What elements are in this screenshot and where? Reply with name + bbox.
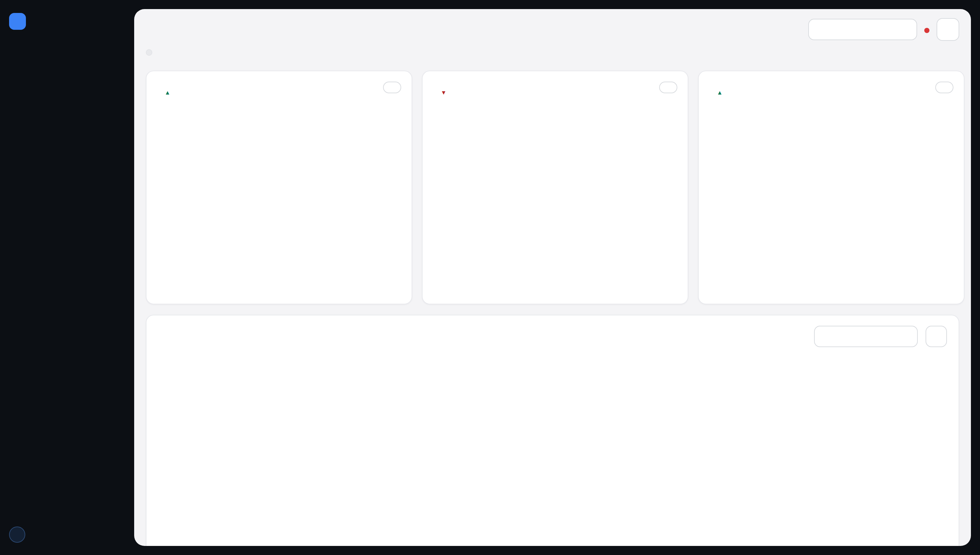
- card-portfolio-value: ▲: [146, 71, 412, 305]
- card-delta: ▲: [165, 89, 173, 96]
- chart-legend: [158, 107, 400, 120]
- chart-legend: [710, 107, 952, 120]
- triangle-up-icon: ▲: [717, 89, 723, 96]
- open-report-button[interactable]: [383, 82, 401, 93]
- tab-bar: [146, 49, 152, 56]
- add-item-button[interactable]: [925, 326, 947, 347]
- app-root: ▲ ▼: [0, 0, 980, 555]
- top-bar: [146, 18, 959, 40]
- card-delta: ▼: [441, 89, 449, 96]
- aura-logo-icon: [9, 13, 26, 30]
- notification-dot: [924, 28, 929, 33]
- global-search: [808, 18, 917, 40]
- stat-cards: ▲ ▼: [146, 71, 959, 305]
- brand[interactable]: [9, 12, 125, 31]
- card-domestic-international: ▼: [422, 71, 688, 305]
- add-button[interactable]: [937, 18, 959, 40]
- card-delta: ▲: [717, 89, 725, 96]
- avatar: [9, 526, 25, 542]
- triangle-down-icon: ▼: [441, 89, 447, 96]
- open-report-button[interactable]: [659, 82, 677, 93]
- chart-legend: [434, 107, 676, 120]
- stock-market-data-card: [146, 315, 959, 546]
- open-report-button[interactable]: [935, 82, 953, 93]
- triangle-up-icon: ▲: [165, 89, 171, 96]
- table-search-input[interactable]: [826, 331, 911, 342]
- sidebar: [0, 0, 134, 555]
- global-search-input[interactable]: [821, 24, 910, 35]
- main-panel: ▲ ▼: [134, 9, 971, 546]
- card-stock-comparison: ▲: [698, 71, 964, 305]
- user-row[interactable]: [9, 524, 125, 545]
- table-search: [814, 326, 918, 347]
